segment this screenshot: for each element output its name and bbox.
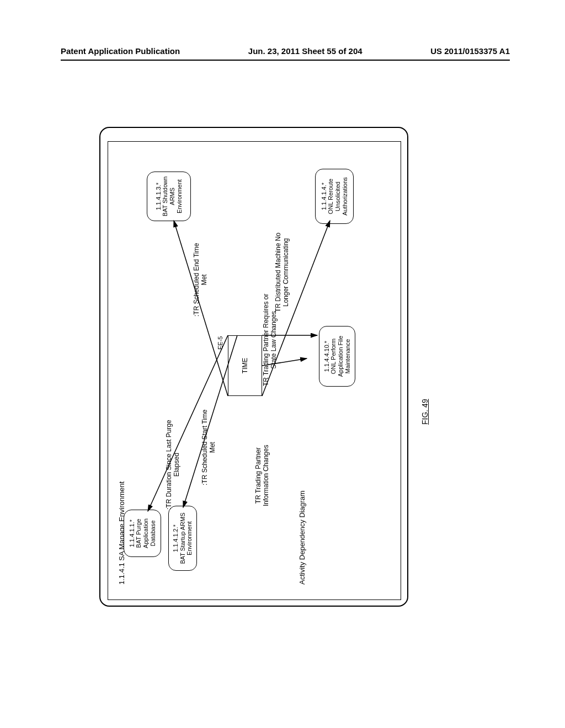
- header-center: Jun. 23, 2011 Sheet 55 of 204: [248, 46, 363, 56]
- activity-onl-maintenance: 1.1.4.4.10.* ONL Perform Application Fil…: [319, 326, 355, 387]
- transition-distributed-no-comm: TR Distributed Machine No Longer Communi…: [275, 233, 290, 312]
- activity-bat-shutdown: 1.1.4.1.3.* BAT Shutdown ARMS Environmen…: [147, 172, 191, 221]
- header-rule: [61, 60, 510, 61]
- transition-purge-elapsed: :TR Duration Since Last Purge Elapsed: [166, 420, 181, 510]
- transition-end-met: :TR Scheduled End Time Met: [193, 243, 209, 317]
- activity-bat-startup: 1.1.4.1.2.* BAT Startup ARMS Environment: [168, 506, 197, 571]
- activity-bat-purge: 1.1.4.1.1.* BAT Purge Application Databa…: [124, 510, 161, 557]
- page-header: Patent Application Publication Jun. 23, …: [61, 46, 510, 56]
- transition-start-met: :TR Scheduled Start Time Met: [201, 410, 217, 485]
- time-node-ee: EE-5: [217, 336, 223, 350]
- patent-page: Patent Application Publication Jun. 23, …: [0, 0, 565, 728]
- time-node: TIME: [228, 335, 262, 396]
- time-node-label: TIME: [241, 358, 249, 374]
- activity-onl-reroute: 1.1.4.1.4.* ONL Reroute Unsolicited Auth…: [315, 169, 354, 224]
- header-right: US 2011/0153375 A1: [430, 46, 510, 56]
- transition-trading-info: TR Trading Partner Information Changes: [255, 445, 270, 506]
- header-left: Patent Application Publication: [61, 46, 180, 56]
- figure-label: FIG. 49: [420, 399, 429, 425]
- dependency-title: Activity Dependency Diagram: [298, 490, 306, 585]
